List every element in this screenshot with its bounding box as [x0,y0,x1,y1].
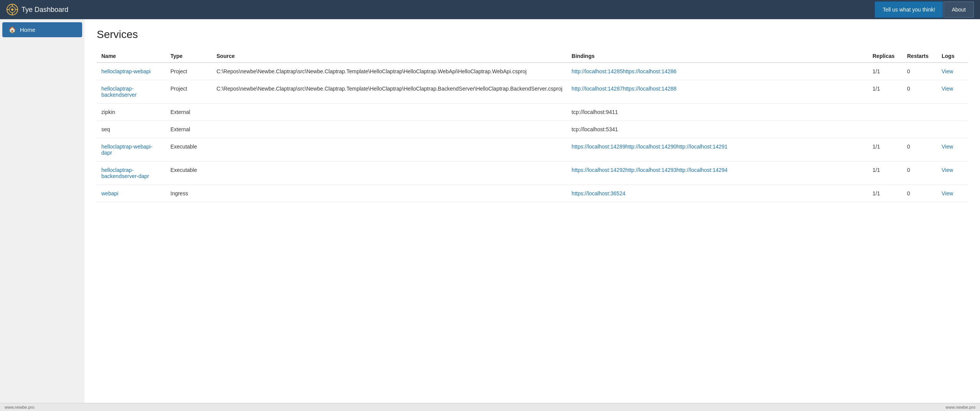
main-layout: 🏠 Home Services Name Type Source Binding… [0,19,980,403]
service-name-link[interactable]: webapi [101,190,118,196]
feedback-button[interactable]: Tell us what you think! [875,2,943,18]
service-replicas: 1/1 [868,80,902,104]
col-header-bindings: Bindings [567,50,868,63]
page-title: Services [97,28,968,41]
svg-point-2 [11,8,13,11]
table-row: seqExternaltcp://localhost:5341 [97,121,968,138]
table-row: helloclaptrap-backendserver-daprExecutab… [97,162,968,185]
service-name-link[interactable]: helloclaptrap-backendserver-dapr [101,167,149,179]
logo-icon [6,3,18,16]
service-source: C:\Repos\newbe\Newbe.Claptrap\src\Newbe.… [212,80,567,104]
service-logs-link[interactable]: View [942,86,953,92]
service-replicas [868,104,902,121]
service-source: C:\Repos\newbe\Newbe.Claptrap\src\Newbe.… [212,63,567,80]
service-name: zipkin [97,104,166,121]
service-logs-link[interactable]: View [942,68,953,74]
footer-right: www.newbe.pro [945,405,975,409]
service-type: Executable [166,162,212,185]
col-header-logs: Logs [937,50,968,63]
service-logs-link[interactable]: View [942,167,953,173]
service-logs-link[interactable]: View [942,144,953,150]
service-type: Project [166,63,212,80]
service-restarts [902,104,937,121]
col-header-type: Type [166,50,212,63]
service-restarts: 0 [902,80,937,104]
service-logs [937,121,968,138]
footer: www.newbe.pro www.newbe.pro [0,403,980,411]
service-restarts: 0 [902,138,937,162]
service-source [212,121,567,138]
service-binding-link[interactable]: https://localhost:14292http://localhost:… [572,167,727,173]
about-button[interactable]: About [944,2,974,18]
service-restarts: 0 [902,185,937,202]
service-restarts [902,121,937,138]
service-replicas: 1/1 [868,162,902,185]
service-restarts: 0 [902,162,937,185]
service-source [212,185,567,202]
topnav: Tye Dashboard Tell us what you think! Ab… [0,0,980,19]
table-row: helloclaptrap-webapi-daprExecutablehttps… [97,138,968,162]
service-name: seq [97,121,166,138]
sidebar-item-home-label: Home [20,26,35,33]
table-row: helloclaptrap-webapiProjectC:\Repos\newb… [97,63,968,80]
service-replicas: 1/1 [868,138,902,162]
col-header-name: Name [97,50,166,63]
service-type: External [166,121,212,138]
service-binding-link[interactable]: http://localhost:14287https://localhost:… [572,86,676,92]
service-name-link[interactable]: helloclaptrap-webapi-dapr [101,144,152,156]
service-binding-link[interactable]: http://localhost:14285https://localhost:… [572,68,676,74]
sidebar: 🏠 Home [0,19,84,403]
service-type: Executable [166,138,212,162]
service-bindings: tcp://localhost:9411 [567,104,868,121]
service-type: External [166,104,212,121]
service-source [212,138,567,162]
service-replicas: 1/1 [868,185,902,202]
service-binding-link[interactable]: https://localhost:36524 [572,190,625,196]
col-header-restarts: Restarts [902,50,937,63]
main-content: Services Name Type Source Bindings Repli… [84,19,980,403]
service-type: Project [166,80,212,104]
service-restarts: 0 [902,63,937,80]
services-table: Name Type Source Bindings Replicas Resta… [97,50,968,202]
service-type: Ingress [166,185,212,202]
table-row: webapiIngresshttps://localhost:365241/10… [97,185,968,202]
service-name-link[interactable]: helloclaptrap-webapi [101,68,150,74]
service-replicas [868,121,902,138]
service-source [212,104,567,121]
service-replicas: 1/1 [868,63,902,80]
app-title: Tye Dashboard [21,6,68,14]
logo: Tye Dashboard [6,3,68,16]
col-header-source: Source [212,50,567,63]
service-bindings: tcp://localhost:5341 [567,121,868,138]
col-header-replicas: Replicas [868,50,902,63]
footer-left: www.newbe.pro [5,405,35,409]
service-logs-link[interactable]: View [942,190,953,196]
table-row: zipkinExternaltcp://localhost:9411 [97,104,968,121]
sidebar-item-home[interactable]: 🏠 Home [2,22,82,37]
service-source [212,162,567,185]
table-row: helloclaptrap-backendserverProjectC:\Rep… [97,80,968,104]
service-name-link[interactable]: helloclaptrap-backendserver [101,86,137,98]
service-logs [937,104,968,121]
home-icon: 🏠 [8,26,16,33]
table-header-row: Name Type Source Bindings Replicas Resta… [97,50,968,63]
service-binding-link[interactable]: https://localhost:14289http://localhost:… [572,144,727,150]
